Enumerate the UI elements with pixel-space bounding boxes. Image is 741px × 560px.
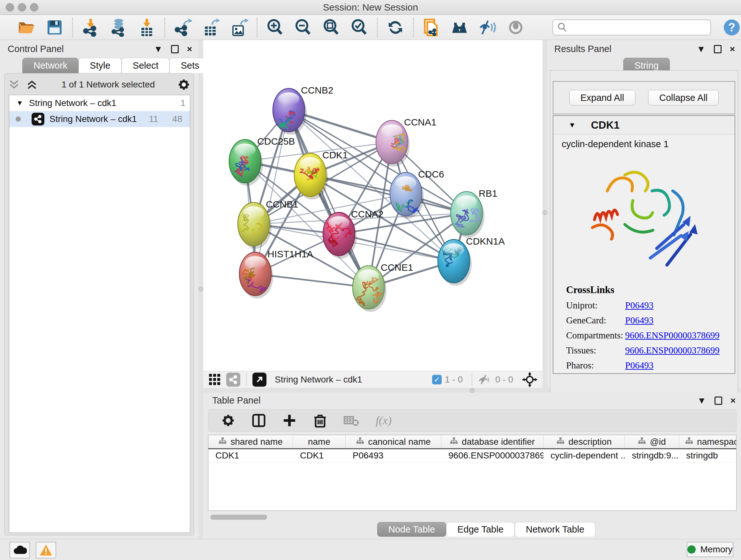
network-share-toggle-icon[interactable] xyxy=(226,373,240,387)
results-panel-close-icon[interactable]: × xyxy=(730,45,735,54)
control-panel-menu-icon[interactable]: ▼ xyxy=(154,45,163,54)
tab-select[interactable]: Select xyxy=(122,58,170,73)
table-cell[interactable]: stringdb xyxy=(679,449,737,462)
column-header-name[interactable]: name xyxy=(293,435,346,448)
open-file-icon[interactable] xyxy=(17,18,36,37)
table-panel-menu-icon[interactable]: ▼ xyxy=(697,396,706,405)
node-CDC6[interactable]: CDC6 xyxy=(390,169,444,219)
left-splitter-handle[interactable] xyxy=(199,287,203,292)
crosslink-link[interactable]: P06493 xyxy=(625,360,654,371)
import-table-icon[interactable] xyxy=(138,18,156,37)
collapse-all-networks-icon[interactable] xyxy=(8,78,21,91)
table-cell[interactable]: P06493 xyxy=(346,449,441,462)
table-cell[interactable]: cyclin-dependent ... xyxy=(543,449,625,462)
tab-style[interactable]: Style xyxy=(78,58,121,73)
zoom-out-icon[interactable] xyxy=(294,18,313,37)
control-panel-float-icon[interactable] xyxy=(171,45,179,53)
node-RB1[interactable]: RB1 xyxy=(451,188,497,238)
automation-cloud-button[interactable] xyxy=(10,542,30,558)
node-CCNE1[interactable]: CCNE1 xyxy=(353,262,413,312)
expand-all-button[interactable]: Expand All xyxy=(569,90,635,105)
selected-nodes-checkbox[interactable]: ✓ xyxy=(432,375,442,384)
node-HIST1H1A[interactable]: HIST1H1A xyxy=(239,249,313,299)
results-panel-float-icon[interactable] xyxy=(714,45,722,53)
minimize-window-button[interactable] xyxy=(18,3,26,11)
right-splitter-handle[interactable] xyxy=(542,210,547,215)
table-cell[interactable]: CDK1 xyxy=(293,449,346,462)
crosslink-link[interactable]: P06493 xyxy=(625,315,654,326)
column-header--id[interactable]: @id xyxy=(625,435,679,448)
network-status-dot xyxy=(16,117,21,122)
results-panel: Results Panel ▼ × String Expand All Coll… xyxy=(547,40,741,388)
node-CDKN1A[interactable]: CDKN1A xyxy=(438,236,505,286)
node-section-header[interactable]: ▼ CDK1 xyxy=(553,116,735,134)
network-collection-row[interactable]: ▼ String Network – cdk1 1 xyxy=(9,95,190,111)
zoom-selected-icon[interactable] xyxy=(350,18,368,37)
column-header-namespace[interactable]: namespace xyxy=(679,435,737,448)
maximize-window-button[interactable] xyxy=(30,3,38,11)
section-expander-icon[interactable]: ▼ xyxy=(569,121,576,129)
results-panel-menu-icon[interactable]: ▼ xyxy=(697,45,705,54)
export-network-icon[interactable] xyxy=(174,18,192,37)
show-columns-icon[interactable] xyxy=(252,414,266,428)
save-session-icon[interactable] xyxy=(45,18,64,37)
crosslink-link[interactable]: 9606.ENSP00000378699 xyxy=(625,345,720,356)
import-network-database-icon[interactable] xyxy=(110,18,128,37)
network-row[interactable]: String Network – cdk1 11 48 xyxy=(9,111,190,127)
table-panel-float-icon[interactable] xyxy=(715,396,722,405)
import-network-file-icon[interactable] xyxy=(81,18,100,37)
export-image-icon[interactable] xyxy=(230,18,248,37)
node-CCNA1[interactable]: CCNA1 xyxy=(376,117,436,167)
column-header-description[interactable]: description xyxy=(543,435,625,448)
zoom-in-icon[interactable] xyxy=(266,18,284,37)
open-in-new-window-icon[interactable] xyxy=(253,373,266,387)
table-cell[interactable]: CDK1 xyxy=(208,449,293,462)
delete-column-icon[interactable] xyxy=(313,414,327,428)
memory-button[interactable]: Memory xyxy=(687,542,733,557)
column-header-database-identifier[interactable]: database identifier xyxy=(441,435,543,448)
hide-panel-eye-icon[interactable] xyxy=(478,18,497,37)
table-cell[interactable]: 9606.ENSP00000378699 xyxy=(441,449,543,462)
network-canvas[interactable]: CCNB2CCNA1CDC25BCDK1CDC6RB1CCNB1CCNA2CDK… xyxy=(203,40,542,371)
table-panel-close-icon[interactable]: × xyxy=(731,396,736,405)
refresh-icon[interactable] xyxy=(386,18,405,37)
network-options-gear-icon[interactable] xyxy=(178,78,190,91)
add-column-icon[interactable] xyxy=(282,414,296,428)
column-header-canonical-name[interactable]: canonical name xyxy=(346,435,441,448)
fit-center-crosshair-icon[interactable] xyxy=(522,372,537,387)
tab-edge-table[interactable]: Edge Table xyxy=(446,522,515,537)
node-CCNB2[interactable]: CCNB2 xyxy=(273,85,333,135)
string-document-icon[interactable] xyxy=(422,18,441,37)
search-input[interactable] xyxy=(568,22,705,33)
crosslink-link[interactable]: 9606.ENSP00000378699 xyxy=(625,330,720,341)
edge-CCNB2-CCNE1[interactable] xyxy=(289,110,368,287)
collapse-all-button[interactable]: Collapse All xyxy=(648,90,719,105)
table-options-gear-icon[interactable] xyxy=(221,414,235,428)
export-table-icon[interactable] xyxy=(202,18,220,37)
close-window-button[interactable] xyxy=(6,3,14,11)
table-cell[interactable]: stringdb:9... xyxy=(625,449,679,462)
control-panel-close-icon[interactable]: × xyxy=(187,45,192,54)
cloud-icon xyxy=(13,545,27,555)
delete-table-icon[interactable] xyxy=(344,414,359,427)
tab-network-table[interactable]: Network Table xyxy=(515,522,596,537)
eye-gray-icon[interactable] xyxy=(507,18,525,37)
zoom-fit-icon[interactable] xyxy=(322,18,340,37)
birdseye-grid-icon[interactable] xyxy=(208,373,221,386)
function-builder-icon[interactable]: f(x) xyxy=(376,414,392,427)
help-icon[interactable]: ? xyxy=(723,18,741,37)
tab-network[interactable]: Network xyxy=(22,58,78,73)
table-horizontal-scrollbar[interactable] xyxy=(210,515,338,520)
collection-expander-icon[interactable]: ▼ xyxy=(16,99,23,107)
binoculars-icon[interactable] xyxy=(450,18,469,37)
warnings-button[interactable] xyxy=(36,542,56,558)
column-header-shared-name[interactable]: shared name xyxy=(208,435,293,448)
expand-all-networks-icon[interactable] xyxy=(25,78,39,91)
table-row[interactable]: CDK1CDK1P064939606.ENSP00000378699cyclin… xyxy=(208,449,736,462)
tab-node-table[interactable]: Node Table xyxy=(377,522,446,537)
crosslink-link[interactable]: P06493 xyxy=(625,300,654,311)
edge-CDK1-RB1[interactable] xyxy=(310,175,467,213)
horizontal-splitter-handle[interactable] xyxy=(470,388,475,393)
column-type-icon xyxy=(450,437,458,447)
node-CCNB1[interactable]: CCNB1 xyxy=(238,199,298,249)
